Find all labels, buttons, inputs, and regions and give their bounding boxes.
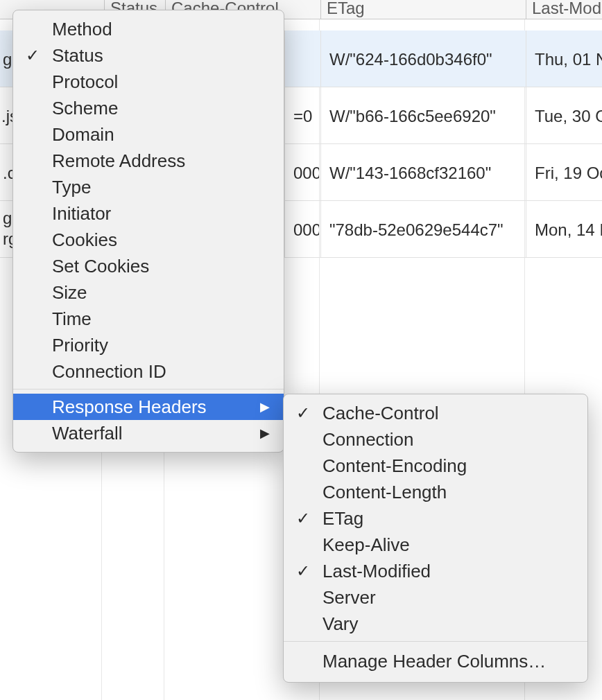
submenu-item-vary[interactable]: Vary [284, 611, 587, 637]
submenu-item-connection[interactable]: Connection [284, 426, 587, 453]
menu-item-label: Initiator [52, 203, 270, 225]
menu-item-protocol[interactable]: Protocol [13, 69, 284, 95]
menu-separator [13, 389, 284, 390]
submenu-arrow-icon: ▶ [250, 399, 270, 414]
menu-item-response-headers[interactable]: Response Headers ▶ [13, 394, 284, 420]
menu-item-label: Set Cookies [52, 256, 270, 277]
menu-item-label: Size [52, 282, 270, 304]
menu-item-label: Server [322, 587, 574, 609]
menu-item-label: Content-Length [322, 482, 574, 503]
menu-separator [284, 641, 587, 642]
menu-item-time[interactable]: Time [13, 306, 284, 332]
menu-item-cookies[interactable]: Cookies [13, 227, 284, 253]
menu-item-label: Connection [322, 429, 574, 450]
menu-item-label: Keep-Alive [322, 534, 574, 556]
submenu-item-last-modified[interactable]: ✓ Last-Modified [284, 558, 587, 584]
cell-cache-control: 000 [284, 144, 319, 201]
menu-item-label: Connection ID [52, 361, 270, 383]
cell-cache-control [284, 30, 319, 87]
menu-item-method[interactable]: Method [13, 16, 284, 42]
cell-etag: "78db-52e0629e544c7" [320, 201, 524, 258]
submenu-item-cache-control[interactable]: ✓ Cache-Control [284, 400, 587, 426]
submenu-arrow-icon: ▶ [250, 426, 270, 441]
check-icon: ✓ [13, 46, 52, 65]
cell-last-modified: Thu, 01 N [526, 30, 602, 87]
cell-etag: W/"b66-166c5ee6920" [320, 87, 524, 144]
menu-item-label: Response Headers [52, 396, 250, 418]
submenu-item-keep-alive[interactable]: Keep-Alive [284, 532, 587, 558]
menu-item-connection-id[interactable]: Connection ID [13, 358, 284, 385]
cell-etag: W/"624-166d0b346f0" [320, 30, 524, 87]
col-header-last-modified[interactable]: Last-Mod [526, 0, 602, 19]
col-header-etag[interactable]: ETag [320, 0, 524, 19]
menu-item-label: ETag [322, 508, 574, 530]
menu-item-label: Remote Address [52, 150, 270, 172]
menu-item-domain[interactable]: Domain [13, 121, 284, 148]
menu-item-label: Time [52, 308, 270, 330]
menu-item-label: Status [52, 45, 270, 67]
menu-item-set-cookies[interactable]: Set Cookies [13, 253, 284, 279]
response-headers-submenu[interactable]: ✓ Cache-Control Connection Content-Encod… [283, 394, 588, 683]
submenu-item-content-length[interactable]: Content-Length [284, 479, 587, 505]
menu-item-remote-address[interactable]: Remote Address [13, 148, 284, 174]
menu-item-label: Vary [322, 613, 574, 635]
submenu-item-etag[interactable]: ✓ ETag [284, 505, 587, 532]
check-icon: ✓ [284, 561, 322, 581]
check-icon: ✓ [284, 509, 322, 528]
cell-etag: W/"143-1668cf32160" [320, 144, 524, 201]
menu-item-label: Protocol [52, 71, 270, 93]
menu-item-scheme[interactable]: Scheme [13, 95, 284, 121]
menu-item-label: Manage Header Columns… [322, 651, 574, 672]
submenu-item-manage-columns[interactable]: Manage Header Columns… [284, 646, 587, 676]
submenu-item-server[interactable]: Server [284, 584, 587, 611]
menu-item-type[interactable]: Type [13, 174, 284, 200]
cell-last-modified: Mon, 14 M [526, 201, 602, 258]
menu-item-label: Content-Encoding [322, 455, 574, 477]
check-icon: ✓ [284, 403, 322, 423]
menu-item-priority[interactable]: Priority [13, 332, 284, 358]
menu-item-label: Domain [52, 124, 270, 146]
menu-item-label: Scheme [52, 98, 270, 119]
menu-item-label: Method [52, 19, 270, 40]
menu-item-waterfall[interactable]: Waterfall ▶ [13, 420, 284, 446]
cell-cache-control: 000 [284, 201, 319, 258]
cell-last-modified: Fri, 19 Oc [526, 144, 602, 201]
menu-item-label: Cache-Control [322, 403, 574, 424]
cell-cache-control: =0 [284, 87, 319, 144]
menu-item-label: Last-Modified [322, 561, 574, 582]
menu-item-label: Type [52, 177, 270, 198]
menu-item-label: Priority [52, 335, 270, 356]
menu-item-label: Cookies [52, 229, 270, 251]
menu-item-label: Waterfall [52, 423, 250, 444]
menu-item-initiator[interactable]: Initiator [13, 200, 284, 227]
menu-item-status[interactable]: ✓ Status [13, 42, 284, 69]
menu-item-size[interactable]: Size [13, 279, 284, 306]
submenu-item-content-encoding[interactable]: Content-Encoding [284, 453, 587, 479]
column-context-menu[interactable]: Method ✓ Status Protocol Scheme Domain R… [12, 10, 284, 453]
cell-last-modified: Tue, 30 O [526, 87, 602, 144]
